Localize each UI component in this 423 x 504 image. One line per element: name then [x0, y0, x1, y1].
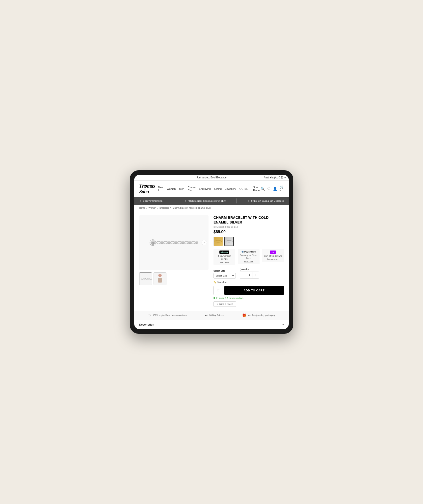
- size-field-group: Select Size Select Size XS S M L: [213, 270, 236, 279]
- main-product-image: TS: [139, 215, 209, 270]
- thumbnail-2[interactable]: [154, 272, 166, 285]
- afterpay-logo: afterpay: [219, 251, 229, 254]
- afterpay-text: 4 payments of $17.25: [215, 255, 233, 261]
- product-info: CHARM BRACELET WITH COLD ENAMEL SILVER S…: [213, 215, 284, 307]
- announcement-text: Just landed: Bold Elegance: [196, 176, 226, 179]
- description-label: Description: [139, 323, 154, 326]
- zip-logo: zip: [270, 251, 276, 254]
- promo-divider-2: [236, 198, 237, 203]
- star-icon: ☆: [216, 303, 218, 305]
- product-images: TS: [139, 215, 209, 285]
- tablet-frame: Just landed: Bold Elegance ✕ Australia (…: [130, 170, 293, 334]
- stock-status: In stock, 1-5 business days.: [213, 297, 284, 299]
- nav-gifting[interactable]: Gifting: [214, 187, 222, 190]
- region-selector[interactable]: Australia (AUD $) ▼: [264, 176, 286, 179]
- stock-text: In stock, 1-5 business days.: [216, 297, 244, 299]
- main-nav: New In Women Men Charm Club Engraving Gi…: [158, 186, 261, 192]
- quantity-field-group: Quantity − 1 +: [240, 268, 259, 279]
- promo-item-shipping[interactable]: ☆ FREE Express Shipping orders >$149: [184, 199, 226, 203]
- pay-by-bank-text: Securely via Direct Debit: [240, 254, 258, 260]
- nav-outlet[interactable]: OUTLET: [239, 187, 250, 190]
- zip-text: own it from $10/wk: [264, 255, 282, 258]
- header-icons: 🔍 ♡ 👤 🛒 1: [261, 185, 284, 193]
- nav-men[interactable]: Men: [179, 187, 184, 190]
- payment-options: afterpay 4 payments of $17.25 learn more…: [213, 249, 284, 265]
- add-to-cart-row: ♡ ADD TO CART: [213, 286, 284, 295]
- thumbnail-row: [139, 272, 209, 285]
- svg-point-14: [195, 241, 198, 244]
- nav-women[interactable]: Women: [167, 187, 176, 190]
- thumbnail-1[interactable]: [139, 272, 152, 285]
- nav-shop-finder[interactable]: Shop Finder: [253, 186, 261, 192]
- breadcrumb-bracelets[interactable]: Bracelets: [159, 207, 169, 209]
- product-title: CHARM BRACELET WITH COLD ENAMEL SILVER: [213, 215, 284, 224]
- qty-increase-button[interactable]: +: [253, 272, 259, 278]
- stock-dot: [213, 297, 215, 299]
- swatch-silver[interactable]: [224, 237, 234, 246]
- zip-option: zip own it from $10/wk learn more »: [262, 249, 284, 262]
- promo-divider-1: [173, 198, 173, 203]
- size-chart-link[interactable]: 📏 Size chart: [213, 281, 284, 283]
- announcement-bar: Just landed: Bold Elegance ✕ Australia (…: [134, 175, 289, 181]
- tablet-screen: Just landed: Bold Elegance ✕ Australia (…: [134, 175, 289, 329]
- promo-bar: ☆ Discover Charmista ☆ FREE Express Ship…: [134, 197, 289, 205]
- svg-rect-23: [158, 278, 162, 283]
- pay-by-bank-learn-more[interactable]: learn more: [244, 260, 253, 262]
- ruler-icon: 📏: [213, 281, 216, 283]
- next-image-arrow[interactable]: ›: [202, 240, 207, 245]
- breadcrumb-women[interactable]: Women: [149, 207, 156, 209]
- quantity-label: Quantity: [240, 268, 259, 271]
- nav-jewellery[interactable]: Jewellery: [225, 187, 236, 190]
- star-icon-3: ☆: [247, 199, 250, 203]
- write-review-button[interactable]: ☆ Write a review: [213, 301, 236, 307]
- star-icon-1: ☆: [139, 199, 142, 203]
- add-to-cart-button[interactable]: ADD TO CART: [224, 286, 284, 295]
- product-container: TS: [134, 211, 289, 310]
- nav-charm-club[interactable]: Charm Club: [188, 186, 196, 192]
- logo[interactable]: Thomas Sabo: [139, 183, 158, 195]
- afterpay-option: afterpay 4 payments of $17.25 learn more: [213, 249, 235, 265]
- swatch-gold[interactable]: [213, 237, 223, 246]
- header: Thomas Sabo New In Women Men Charm Club …: [134, 181, 289, 197]
- trust-item-original: ♡ 100% original from the manufacturer: [148, 313, 187, 317]
- description-section[interactable]: Description ▾: [134, 320, 289, 329]
- account-icon[interactable]: 👤: [273, 187, 277, 191]
- chevron-down-icon: ▾: [282, 323, 284, 326]
- promo-item-gifts[interactable]: ☆ FREE Gift Bags & Gift Messages: [247, 199, 284, 203]
- returns-icon: ↩: [205, 313, 208, 317]
- svg-point-24: [215, 240, 222, 242]
- quantity-stepper: − 1 +: [240, 272, 259, 279]
- product-sku: SKU: X2088-007-21-L19: [213, 226, 284, 228]
- trust-item-packaging: 🎁 Incl. free jewellery packaging: [242, 313, 275, 317]
- heart-icon: ♡: [148, 313, 151, 317]
- nav-engraving[interactable]: Engraving: [199, 187, 211, 190]
- wishlist-button[interactable]: ♡: [213, 286, 222, 295]
- gift-icon: 🎁: [242, 313, 246, 317]
- product-price: $69.00: [213, 230, 284, 234]
- trust-bar: ♡ 100% original from the manufacturer ↩ …: [134, 311, 289, 320]
- svg-text:TS: TS: [152, 242, 154, 244]
- svg-point-25: [226, 240, 232, 242]
- breadcrumb-current: Charm bracelet with cold enamel silver: [173, 207, 211, 209]
- qty-display: 1: [246, 272, 253, 278]
- size-label: Select Size: [213, 270, 236, 272]
- pay-by-bank-logo: 🏦 Pay by Bank: [240, 251, 258, 254]
- size-select[interactable]: Select Size XS S M L: [213, 273, 236, 279]
- breadcrumb-home[interactable]: Home: [139, 207, 145, 209]
- cart-icon[interactable]: 🛒 1: [280, 185, 284, 193]
- pay-by-bank-option: 🏦 Pay by Bank Securely via Direct Debit …: [238, 249, 260, 264]
- svg-point-22: [158, 274, 161, 277]
- zip-learn-more[interactable]: learn more »: [267, 258, 279, 260]
- qty-decrease-button[interactable]: −: [240, 272, 246, 278]
- color-swatches: [213, 237, 284, 246]
- afterpay-learn-more[interactable]: learn more: [220, 261, 229, 263]
- breadcrumb: Home / Women / Bracelets / Charm bracele…: [134, 205, 289, 211]
- wishlist-icon[interactable]: ♡: [267, 187, 270, 191]
- promo-item-charmista[interactable]: ☆ Discover Charmista: [139, 199, 162, 203]
- size-qty-row: Select Size Select Size XS S M L Quantit…: [213, 268, 284, 279]
- nav-new-in[interactable]: New In: [158, 186, 163, 192]
- search-icon[interactable]: 🔍: [261, 187, 265, 191]
- star-icon-2: ☆: [184, 199, 187, 203]
- trust-item-returns: ↩ 30-Day Returns: [205, 313, 224, 317]
